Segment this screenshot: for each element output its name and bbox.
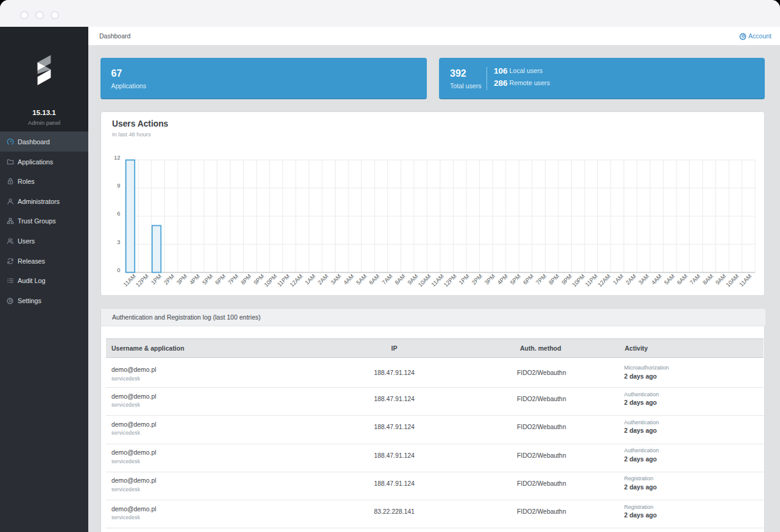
svg-text:7PM: 7PM xyxy=(227,273,240,286)
svg-text:10PM: 10PM xyxy=(571,273,586,288)
svg-text:8PM: 8PM xyxy=(547,273,561,286)
svg-text:5PM: 5PM xyxy=(509,273,522,286)
svg-text:2PM: 2PM xyxy=(470,273,483,286)
svg-text:12AM: 12AM xyxy=(596,273,611,288)
svg-text:6AM: 6AM xyxy=(675,273,689,286)
svg-text:12PM: 12PM xyxy=(135,273,150,288)
svg-text:3PM: 3PM xyxy=(483,273,496,286)
svg-text:4PM: 4PM xyxy=(188,273,202,286)
svg-text:11AM: 11AM xyxy=(122,273,137,288)
svg-text:6: 6 xyxy=(117,210,120,217)
svg-text:1AM: 1AM xyxy=(611,273,625,286)
svg-text:10AM: 10AM xyxy=(725,273,740,288)
svg-text:9: 9 xyxy=(117,182,120,189)
svg-text:1PM: 1PM xyxy=(150,273,163,286)
svg-text:4AM: 4AM xyxy=(342,273,356,286)
svg-text:7PM: 7PM xyxy=(535,273,548,286)
svg-text:5AM: 5AM xyxy=(355,273,368,286)
svg-text:4PM: 4PM xyxy=(496,273,509,286)
svg-text:3: 3 xyxy=(117,239,120,245)
svg-text:8PM: 8PM xyxy=(239,273,253,286)
svg-text:8AM: 8AM xyxy=(393,273,407,286)
svg-text:12: 12 xyxy=(114,154,121,161)
svg-text:1PM: 1PM xyxy=(457,273,471,286)
svg-text:10PM: 10PM xyxy=(262,273,278,288)
svg-text:8AM: 8AM xyxy=(701,273,715,286)
svg-text:6PM: 6PM xyxy=(522,273,535,286)
svg-text:3PM: 3PM xyxy=(175,273,189,286)
svg-text:12PM: 12PM xyxy=(442,273,457,288)
svg-text:7AM: 7AM xyxy=(381,273,394,286)
svg-text:2AM: 2AM xyxy=(624,273,638,286)
svg-text:2PM: 2PM xyxy=(163,273,176,286)
svg-text:3AM: 3AM xyxy=(637,273,650,286)
svg-text:11AM: 11AM xyxy=(430,273,445,288)
svg-text:11AM: 11AM xyxy=(738,273,753,288)
svg-text:0: 0 xyxy=(117,267,120,273)
svg-text:1AM: 1AM xyxy=(303,273,317,286)
svg-text:10AM: 10AM xyxy=(416,273,432,288)
svg-text:7AM: 7AM xyxy=(688,273,701,286)
svg-text:4AM: 4AM xyxy=(650,273,663,286)
svg-text:6PM: 6PM xyxy=(214,273,227,286)
svg-text:5AM: 5AM xyxy=(662,273,676,286)
svg-text:12AM: 12AM xyxy=(289,273,304,288)
svg-text:5PM: 5PM xyxy=(201,273,214,286)
svg-text:2AM: 2AM xyxy=(316,273,329,286)
svg-text:3AM: 3AM xyxy=(329,273,343,286)
svg-text:11PM: 11PM xyxy=(584,273,599,288)
svg-text:6AM: 6AM xyxy=(368,273,381,286)
svg-text:11PM: 11PM xyxy=(276,273,291,288)
